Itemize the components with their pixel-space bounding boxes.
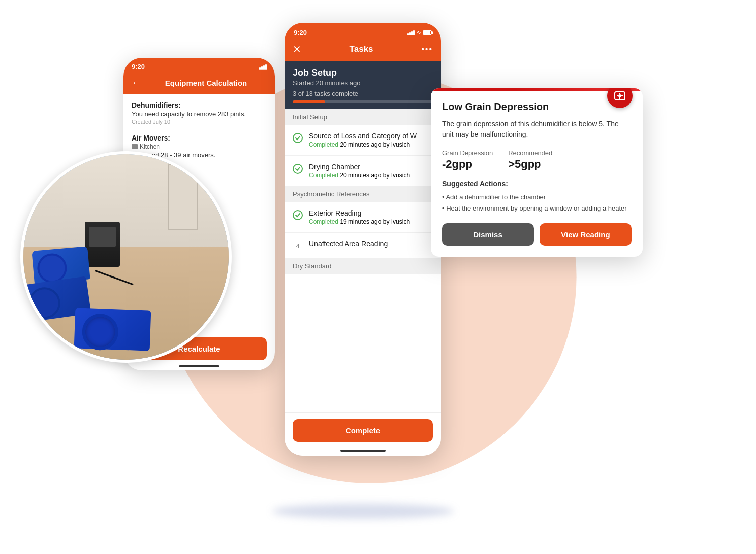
dehumidifier-device — [85, 222, 120, 267]
phone2-time: 9:20 — [294, 29, 307, 36]
phone2-home-bar — [340, 450, 386, 452]
task-check-icon2 — [293, 164, 303, 174]
recommended-stat: Recommended >5gpp — [508, 149, 552, 171]
phone1-title: Equipment Calculation — [146, 79, 267, 87]
recommended-label: Recommended — [508, 149, 552, 157]
task-unaffected-area[interactable]: 4 Unaffected Area Reading — [285, 233, 441, 258]
job-started: Started 20 minutes ago — [293, 79, 433, 87]
phone1-status-bar: 9:20 — [123, 58, 275, 74]
phone2-title: Tasks — [350, 44, 373, 54]
job-title: Job Setup — [293, 67, 433, 78]
task-meta-drying: Completed 20 minutes ago by Ivusich — [309, 172, 410, 179]
phone1-home-bar — [179, 365, 219, 367]
alert-stats: Grain Depression -2gpp Recommended >5gpp — [442, 149, 632, 171]
air-movers-location: Kitchen — [132, 143, 267, 150]
signal-bars-icon2 — [407, 30, 415, 35]
phone2-shadow — [272, 504, 454, 519]
checkmark-icon2 — [295, 166, 301, 172]
dehumidifier-alert-icon — [613, 89, 627, 103]
svg-point-1 — [618, 94, 621, 97]
recommended-value: >5gpp — [508, 158, 552, 171]
task-source-of-loss[interactable]: Source of Loss and Category of W Complet… — [285, 125, 441, 156]
photo-inner — [23, 154, 229, 360]
alert-card-low-grain: Low Grain Depression The grain depressio… — [431, 88, 643, 257]
grain-depression-value: -2gpp — [442, 158, 493, 171]
job-progress-text: 3 of 13 tasks complete — [293, 90, 433, 97]
job-progress-bar — [293, 100, 433, 103]
progress-fill — [293, 100, 325, 103]
task-text-source: Source of Loss and Category of W Complet… — [309, 132, 417, 148]
alert-description: The grain depression of this dehumidifie… — [442, 119, 632, 140]
alert-title: Low Grain Depression — [442, 101, 632, 113]
phone2-task-list: Initial Setup Source of Loss and Categor… — [285, 109, 441, 294]
air-mover-3 — [74, 308, 151, 351]
suggestion-2: • Heat the environment by opening a wind… — [442, 203, 632, 214]
door-frame — [168, 164, 198, 230]
dehumidifier-desc: You need capacity to remove 283 pints. — [132, 110, 267, 118]
signal-bars-icon — [259, 64, 267, 70]
more-icon[interactable]: ••• — [421, 45, 433, 54]
view-reading-button[interactable]: View Reading — [540, 223, 632, 246]
section-psychrometric: Psychrometric References — [285, 186, 441, 202]
kitchen-icon — [132, 144, 138, 149]
grain-depression-stat: Grain Depression -2gpp — [442, 149, 493, 171]
wifi-icon: ∿ — [417, 30, 421, 35]
phone1-time: 9:20 — [132, 63, 145, 71]
task-text-unaffected: Unaffected Area Reading — [309, 240, 388, 248]
alert-actions: Dismiss View Reading — [431, 223, 643, 257]
task-num-4: 4 — [293, 241, 303, 251]
dehumidifier-title: Dehumidifiers: — [132, 101, 267, 109]
suggested-list: • Add a dehumidifier to the chamber • He… — [442, 192, 632, 214]
task-time-source: 20 minutes ago by Ivusich — [340, 141, 410, 148]
phone2-header: ✕ Tasks ••• — [285, 39, 441, 61]
suggestion-1: • Add a dehumidifier to the chamber — [442, 192, 632, 203]
battery-icon — [423, 30, 432, 35]
job-bar: Job Setup Started 20 minutes ago 3 of 13… — [285, 61, 441, 109]
task-text-exterior: Exterior Reading Completed 19 minutes ag… — [309, 209, 410, 225]
task-exterior-reading[interactable]: Exterior Reading Completed 19 minutes ag… — [285, 202, 441, 233]
alert-body: Low Grain Depression The grain depressio… — [431, 91, 643, 223]
dehumidifier-date: Created July 10 — [132, 119, 267, 125]
close-icon[interactable]: ✕ — [293, 43, 301, 55]
task-time-exterior: 19 minutes ago by Ivusich — [340, 218, 410, 225]
task-meta-source: Completed 20 minutes ago by Ivusich — [309, 141, 417, 148]
checkmark-icon3 — [295, 212, 301, 218]
phone2-status-bar: 9:20 ∿ — [285, 23, 441, 39]
dehumidifier-item: Dehumidifiers: You need capacity to remo… — [132, 101, 267, 125]
grain-depression-label: Grain Depression — [442, 149, 493, 157]
phone1-status-icons — [259, 64, 267, 70]
task-meta-exterior: Completed 19 minutes ago by Ivusich — [309, 218, 410, 225]
scene: 9:20 ← Equipment Calculation Dehumidifie… — [0, 0, 756, 554]
section-initial-setup: Initial Setup — [285, 109, 441, 125]
task-check-icon — [293, 133, 303, 143]
phone1-header: ← Equipment Calculation — [123, 74, 275, 94]
phone-tasks: 9:20 ∿ ✕ Tasks ••• Job Setup Started 20 … — [285, 23, 441, 456]
equipment-photo — [20, 151, 232, 363]
dismiss-button[interactable]: Dismiss — [442, 223, 534, 246]
checkmark-icon — [295, 135, 301, 141]
phone2-status-icons: ∿ — [407, 30, 432, 35]
dry-standard-spacer — [285, 274, 441, 294]
section-dry-standard: Dry Standard — [285, 258, 441, 274]
complete-button[interactable]: Complete — [293, 419, 433, 442]
task-check-icon3 — [293, 210, 303, 220]
suggested-title: Suggested Actions: — [442, 180, 632, 188]
back-arrow-icon[interactable]: ← — [132, 78, 141, 88]
task-text-drying: Drying Chamber Completed 20 minutes ago … — [309, 163, 410, 179]
task-time-drying: 20 minutes ago by Ivusich — [340, 172, 410, 179]
task-drying-chamber[interactable]: Drying Chamber Completed 20 minutes ago … — [285, 156, 441, 186]
air-movers-title: Air Movers: — [132, 134, 267, 142]
